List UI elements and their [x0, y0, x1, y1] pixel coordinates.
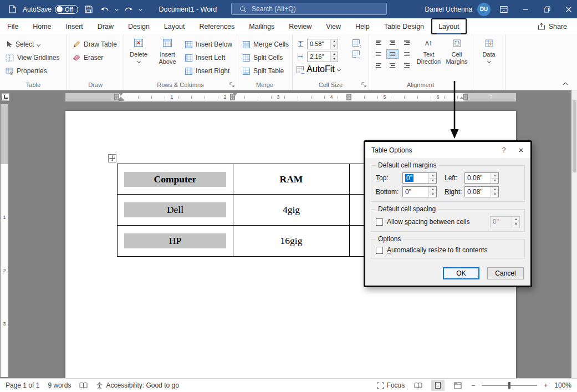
column-width-input[interactable]: 2.16": [307, 52, 338, 62]
table-cell[interactable]: Computer: [118, 164, 233, 195]
page-indicator[interactable]: Page 1 of 1: [6, 381, 39, 389]
tab-file[interactable]: File: [0, 18, 25, 34]
customize-quick-access-icon[interactable]: [138, 7, 142, 11]
select-button[interactable]: Select: [4, 39, 61, 50]
word-count[interactable]: 9 words: [48, 381, 71, 389]
cancel-button[interactable]: Cancel: [487, 267, 524, 279]
spin-down-icon[interactable]: [429, 192, 436, 197]
align-top-left-button[interactable]: [373, 39, 385, 48]
align-bottom-center-button[interactable]: [386, 60, 399, 69]
spin-up-icon[interactable]: [429, 173, 436, 178]
user-name[interactable]: Daniel Uchenna: [425, 6, 472, 13]
spin-up-icon[interactable]: [331, 39, 338, 44]
print-layout-button[interactable]: [431, 380, 445, 391]
tab-draw[interactable]: Draw: [90, 18, 121, 34]
close-icon[interactable]: [560, 0, 577, 18]
align-top-right-button[interactable]: [400, 39, 412, 48]
zoom-level[interactable]: 100%: [554, 381, 571, 389]
dialog-close-icon[interactable]: ×: [512, 145, 530, 155]
data-button[interactable]: Data: [475, 37, 503, 63]
undo-dropdown-icon[interactable]: [114, 7, 118, 11]
undo-icon[interactable]: [99, 3, 110, 16]
save-icon[interactable]: [83, 3, 94, 16]
cell-margins-button[interactable]: Cell Margins: [443, 37, 471, 65]
align-bottom-right-button[interactable]: [400, 60, 412, 69]
tab-insert[interactable]: Insert: [59, 18, 90, 34]
draw-table-button[interactable]: Draw Table: [71, 39, 119, 50]
insert-right-button[interactable]: Insert Right: [183, 65, 234, 77]
tab-table-layout[interactable]: Layout: [431, 18, 467, 34]
left-indent-marker[interactable]: [119, 99, 124, 101]
distribute-columns-icon[interactable]: [353, 50, 360, 58]
autofit-button[interactable]: AutoFit: [297, 64, 340, 75]
tab-help[interactable]: Help: [348, 18, 377, 34]
align-center-button[interactable]: [386, 49, 399, 59]
eraser-button[interactable]: Eraser: [71, 52, 119, 63]
table-cell[interactable]: Dell: [118, 195, 233, 226]
tab-references[interactable]: References: [192, 18, 242, 34]
web-layout-button[interactable]: [451, 380, 464, 391]
dialog-launcher-icon[interactable]: [360, 81, 367, 88]
row-height-input[interactable]: 0.58": [307, 39, 338, 49]
share-button[interactable]: Share: [528, 18, 577, 34]
tab-selector[interactable]: [2, 93, 9, 101]
properties-button[interactable]: Properties: [4, 65, 61, 77]
read-mode-button[interactable]: [411, 380, 425, 391]
spin-down-icon[interactable]: [491, 178, 498, 184]
zoom-slider-thumb[interactable]: [508, 382, 510, 389]
auto-resize-checkbox[interactable]: [376, 247, 383, 254]
top-margin-input[interactable]: 0": [402, 172, 437, 184]
spin-down-icon[interactable]: [491, 192, 498, 197]
scrollbar-thumb[interactable]: [573, 100, 576, 172]
vertical-scrollbar[interactable]: [571, 90, 577, 378]
merge-cells-button[interactable]: Merge Cells: [241, 39, 290, 50]
minimize-icon[interactable]: [517, 0, 534, 18]
zoom-out-button[interactable]: −: [471, 381, 475, 389]
insert-above-button[interactable]: Insert Above: [153, 37, 182, 65]
ruler-left-margin[interactable]: [65, 93, 119, 101]
zoom-slider[interactable]: [482, 385, 537, 386]
restore-icon[interactable]: [539, 0, 555, 18]
first-line-indent-marker[interactable]: [233, 93, 237, 96]
bottom-margin-input[interactable]: 0": [402, 186, 437, 197]
app-icon[interactable]: [7, 3, 18, 16]
autosave-toggle[interactable]: AutoSave Off: [23, 5, 78, 14]
table-cell[interactable]: 4gig: [233, 195, 350, 226]
ok-button[interactable]: OK: [443, 267, 479, 279]
tab-design[interactable]: Design: [121, 18, 157, 34]
tab-mailings[interactable]: Mailings: [242, 18, 282, 34]
right-margin-input[interactable]: 0.08": [464, 186, 499, 197]
tab-view[interactable]: View: [319, 18, 348, 34]
split-cells-button[interactable]: Split Cells: [241, 52, 290, 63]
spin-up-icon[interactable]: [491, 187, 498, 192]
search-box[interactable]: Search (Alt+Q): [231, 3, 387, 15]
first-line-indent-marker[interactable]: [119, 93, 123, 96]
ribbon-display-options-icon[interactable]: [496, 0, 512, 18]
accessibility-status[interactable]: Accessibility: Good to go: [96, 381, 178, 389]
delete-button[interactable]: Delete: [125, 37, 152, 63]
tab-review[interactable]: Review: [282, 18, 319, 34]
left-margin-input[interactable]: 0.08": [464, 172, 499, 184]
insert-left-button[interactable]: Insert Left: [183, 52, 234, 63]
spin-down-icon[interactable]: [331, 57, 338, 62]
insert-below-button[interactable]: Insert Below: [183, 39, 234, 50]
align-center-right-button[interactable]: [400, 49, 412, 59]
spin-down-icon[interactable]: [331, 44, 338, 49]
tab-table-design[interactable]: Table Design: [377, 18, 431, 34]
tab-home[interactable]: Home: [25, 18, 58, 34]
dialog-title-bar[interactable]: Table Options ? ×: [365, 142, 530, 158]
view-gridlines-button[interactable]: View Gridlines: [4, 52, 61, 63]
text-direction-button[interactable]: A Text Direction: [416, 37, 442, 65]
focus-button[interactable]: Focus: [377, 381, 405, 389]
redo-icon[interactable]: [123, 3, 134, 16]
help-icon[interactable]: ?: [496, 146, 512, 154]
tab-layout[interactable]: Layout: [157, 18, 192, 34]
spin-up-icon[interactable]: [331, 52, 338, 57]
table-column-marker[interactable]: [346, 94, 351, 100]
dialog-launcher-icon[interactable]: [228, 81, 236, 88]
avatar[interactable]: DU: [477, 3, 491, 16]
spin-up-icon[interactable]: [491, 173, 498, 178]
align-bottom-left-button[interactable]: [373, 60, 385, 69]
vertical-ruler[interactable]: 1 2 3: [1, 104, 8, 377]
spin-up-icon[interactable]: [429, 187, 436, 192]
